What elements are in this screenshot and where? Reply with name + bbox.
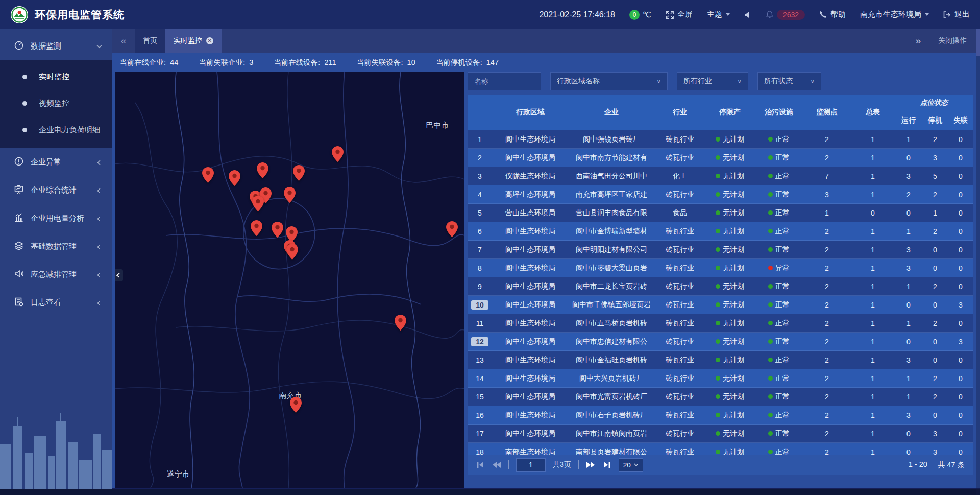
cell-lost: 0 (948, 209, 973, 217)
region-filter-select[interactable]: 行政区域名称 ∨ (550, 72, 668, 90)
map-pin[interactable] (395, 315, 406, 331)
industry-filter-select[interactable]: 所有行业 ∨ (677, 72, 748, 90)
map-pin[interactable] (252, 196, 264, 211)
table-row[interactable]: 12阆中生态环境局阆中市忠信建材有限公砖瓦行业无计划正常21003 (468, 333, 973, 351)
sidebar-subitem-视频监控[interactable]: 视频监控 (0, 90, 112, 116)
prev-page-button[interactable] (492, 461, 501, 469)
row-number-pill[interactable]: 10 (471, 300, 488, 310)
table-row[interactable]: 15阆中生态环境局阆中市光富页岩机砖厂砖瓦行业无计划正常21120 (468, 388, 973, 406)
cell-stop: 2 (922, 374, 948, 383)
table-row[interactable]: 10阆中生态环境局阆中市千佛镇五郎垭页岩砖瓦行业无计划正常21003 (468, 296, 973, 314)
last-page-button[interactable] (602, 461, 611, 469)
megaphone-icon (14, 269, 23, 280)
cell-company: 阆中大兴页岩机砖厂 (569, 374, 654, 383)
page-size-select[interactable]: 20 (619, 458, 643, 472)
tabs-scroll-left-icon[interactable]: « (112, 29, 135, 53)
cell-industry: 砖瓦行业 (654, 227, 705, 236)
sidebar-item-基础数据管理[interactable]: 基础数据管理 (0, 232, 112, 261)
sidebar-subitem-label: 实时监控 (39, 72, 69, 82)
table-row[interactable]: 1阆中生态环境局阆中强锐页岩砖厂砖瓦行业无计划正常21120 (468, 130, 973, 149)
speaker-icon (744, 11, 752, 18)
status-dot (716, 358, 720, 362)
theme-dropdown[interactable]: 主题 (707, 10, 730, 19)
map-pin[interactable] (290, 397, 302, 413)
cell-meter: 0 (850, 209, 895, 217)
status-filter-select[interactable]: 所有状态 ∨ (757, 72, 821, 90)
map-pin[interactable] (446, 221, 458, 237)
sidebar-item-企业用电量分析[interactable]: 企业用电量分析 (0, 204, 112, 232)
table-row[interactable]: 7阆中生态环境局阆中明阳建材有限公司砖瓦行业无计划正常21300 (468, 241, 973, 259)
tab-close-icon[interactable]: ✕ (206, 37, 213, 44)
help-button[interactable]: 帮助 (819, 10, 846, 19)
name-filter-input[interactable] (474, 77, 534, 85)
status-dot (768, 174, 773, 178)
status-text: 无计划 (723, 135, 744, 144)
notifications-button[interactable]: 2632 (766, 10, 805, 20)
table-row[interactable]: 16阆中生态环境局阆中市石子页岩机砖厂砖瓦行业无计划正常21300 (468, 406, 973, 425)
map-pin[interactable] (202, 167, 214, 183)
tab-实时监控[interactable]: 实时监控✕ (165, 29, 222, 53)
datetime: 2021-02-25 17:46:18 (539, 10, 615, 19)
cell-industry: 砖瓦行业 (654, 411, 705, 420)
layers-icon (14, 241, 23, 252)
page-number-input[interactable] (516, 458, 546, 472)
map-pin[interactable] (332, 146, 344, 162)
logout-button[interactable]: 退出 (943, 10, 970, 19)
table-row[interactable]: 3仪陇生态环境局西南油气田分公司川中化工无计划正常71350 (468, 167, 973, 185)
sidebar-item-数据监测[interactable]: 数据监测 (0, 32, 112, 60)
row-number-pill[interactable]: 12 (471, 337, 488, 346)
table-row[interactable]: 11阆中生态环境局阆中市五马桥页岩机砖砖瓦行业无计划正常21120 (468, 314, 973, 333)
table-row[interactable]: 17阆中生态环境局阆中市江南镇阆南页岩砖瓦行业无计划正常21030 (468, 425, 973, 443)
map-pin[interactable] (257, 162, 268, 178)
map-pin[interactable] (293, 165, 305, 181)
tab-首页[interactable]: 首页 (135, 29, 165, 53)
cell-run: 2 (895, 191, 922, 199)
table-row[interactable]: 9阆中生态环境局阆中市二龙长宝页岩砖砖瓦行业无计划正常21120 (468, 277, 973, 296)
sidebar-item-应急减排管理[interactable]: 应急减排管理 (0, 261, 112, 289)
sidebar-item-企业异常[interactable]: 企业异常 (0, 148, 112, 176)
org-dropdown[interactable]: 南充市生态环境局 (860, 10, 929, 19)
status-cell: 无计划 (705, 374, 754, 383)
cell-run: 0 (895, 448, 922, 455)
next-page-button[interactable] (586, 461, 595, 469)
map-panel[interactable]: 巴中市南充市遂宁市 (115, 72, 464, 488)
sidebar-subitem-企业电力负荷明细[interactable]: 企业电力负荷明细 (0, 116, 112, 143)
map-pin[interactable] (251, 220, 262, 236)
sidebar-subitem-实时监控[interactable]: 实时监控 (0, 63, 112, 90)
name-filter[interactable] (468, 72, 541, 90)
sidebar-item-日志查看[interactable]: 日志查看 (0, 289, 112, 317)
cell-stop: 0 (922, 246, 948, 254)
table-row[interactable]: 14阆中生态环境局阆中大兴页岩机砖厂砖瓦行业无计划正常21120 (468, 369, 973, 388)
table-row[interactable]: 13阆中生态环境局阆中市金福旺页岩机砖砖瓦行业无计划正常21300 (468, 351, 973, 369)
map-pin[interactable] (229, 170, 240, 186)
map-pin[interactable] (286, 244, 298, 260)
panel-collapse-toggle[interactable] (115, 269, 123, 281)
cell-monitor: 2 (803, 430, 850, 438)
cell-monitor: 2 (803, 448, 850, 455)
cell-meter: 1 (850, 393, 895, 401)
table-row[interactable]: 6阆中生态环境局阆中市金博瑞新型墙材砖瓦行业无计划正常21120 (468, 222, 973, 241)
tabs-scroll-right-icon[interactable]: » (915, 35, 921, 46)
tab-label: 首页 (143, 36, 157, 45)
table-row[interactable]: 8阆中生态环境局阆中市枣碧大梁山页岩砖瓦行业无计划异常21300 (468, 259, 973, 277)
status-cell: 正常 (754, 135, 803, 144)
status-text: 正常 (775, 245, 790, 254)
range-label: 1 - 20 (909, 460, 927, 470)
cell-stop: 3 (922, 430, 948, 438)
status-dot (768, 192, 773, 197)
map-pin[interactable] (272, 222, 283, 238)
scrollbar-thumb[interactable] (976, 29, 980, 56)
table-row[interactable]: 4高坪生态环境局南充市高坪区王家店建砖瓦行业无计划正常31220 (468, 185, 973, 204)
fullscreen-button[interactable]: 全屏 (666, 10, 693, 19)
table-row[interactable]: 5营山生态环境局营山县润丰肉食品有限食品无计划正常10010 (468, 204, 973, 222)
scrollbar[interactable] (976, 29, 980, 495)
first-page-button[interactable] (476, 461, 485, 469)
cell-region: 阆中生态环境局 (492, 300, 569, 310)
table-row[interactable]: 18南部生态环境局南部县页岩建材有限公砖瓦行业无计划正常21030 (468, 443, 973, 455)
sidebar-item-企业综合统计[interactable]: 企业综合统计 (0, 176, 112, 204)
table-row[interactable]: 2阆中生态环境局阆中市南方节能建材有砖瓦行业无计划正常21030 (468, 149, 973, 167)
sound-toggle[interactable] (744, 11, 752, 18)
close-operations-button[interactable]: 关闭操作 (938, 36, 967, 45)
status-cell: 无计划 (705, 208, 754, 218)
map-pin[interactable] (284, 187, 296, 203)
